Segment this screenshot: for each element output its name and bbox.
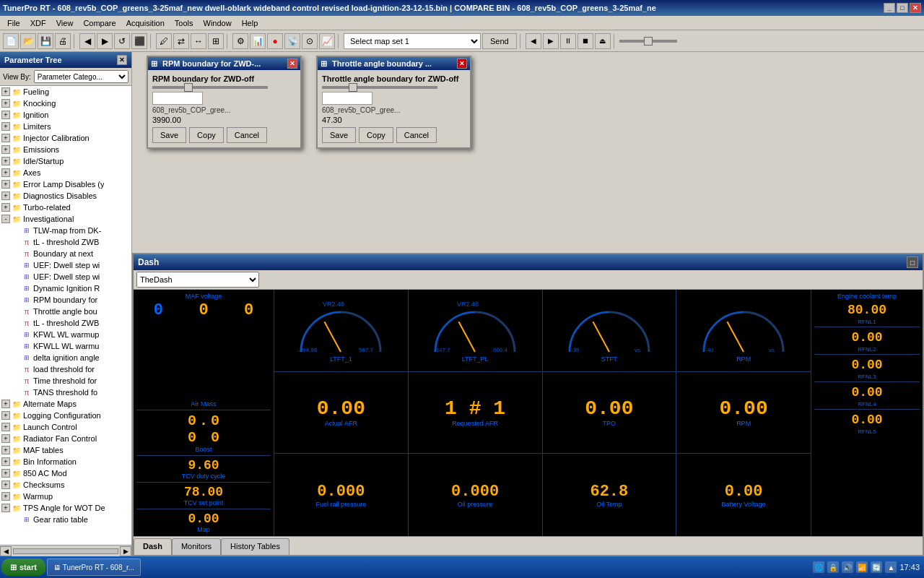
tree-item[interactable]: πtL - threshold ZWB [0, 236, 131, 248]
throttle-slider[interactable] [322, 86, 437, 89]
tree-item[interactable]: +📁Alternate Maps [0, 398, 131, 410]
tree-expand[interactable]: + [1, 180, 10, 189]
maximize-button[interactable]: □ [897, 3, 908, 13]
menu-file[interactable]: File [3, 17, 25, 29]
close-button[interactable]: ✕ [910, 3, 921, 13]
tree-item[interactable]: πTANS threshold fo [0, 387, 131, 398]
tree-item[interactable]: πload threshold for [0, 363, 131, 375]
tab-monitors[interactable]: Monitors [172, 538, 221, 555]
toolbar-save[interactable]: 💾 [38, 33, 53, 49]
rpm-dialog-close[interactable]: ✕ [287, 59, 297, 69]
tree-scroll-right[interactable]: ▶ [120, 546, 131, 556]
rpm-cancel-button[interactable]: Cancel [227, 127, 267, 143]
tree-item[interactable]: +📁Radiator Fan Control [0, 433, 131, 444]
tree-item[interactable]: ⊞TLW-map from DK- [0, 225, 131, 236]
menu-tools[interactable]: Tools [170, 17, 198, 29]
dash-select[interactable]: TheDash [136, 272, 259, 288]
play-button[interactable]: ▶ [543, 33, 559, 49]
tree-expand[interactable]: + [1, 469, 10, 478]
taskbar-app-item[interactable]: 🖥 TunerPro RT - 608_r... [47, 558, 141, 576]
view-by-select[interactable]: Parameter Catego... [34, 70, 128, 83]
toolbar-refresh[interactable]: ↺ [114, 33, 130, 49]
throttle-dialog-titlebar[interactable]: ⊞ Throttle angle boundary ... ✕ [318, 57, 470, 70]
toolbar-stop[interactable]: ⬛ [131, 33, 147, 49]
tree-expand[interactable]: + [1, 203, 10, 212]
tree-item[interactable]: ⊞RPM boundary for [0, 294, 131, 306]
toolbar-record[interactable]: ● [267, 33, 283, 49]
toolbar-compare[interactable]: ⇄ [173, 33, 189, 49]
toolbar-log[interactable]: 📊 [250, 33, 266, 49]
tree-item[interactable]: +📁Limiters [0, 121, 131, 132]
menu-compare[interactable]: Compare [79, 17, 120, 29]
tree-expand[interactable]: + [1, 157, 10, 165]
tree-item[interactable]: ⊞KFWLL WL warmu [0, 340, 131, 352]
rpm-dialog-titlebar[interactable]: ⊞ RPM boundary for ZWD-... ✕ [148, 57, 300, 70]
tree-expand[interactable]: + [1, 457, 10, 466]
menu-help[interactable]: Help [237, 17, 263, 29]
tree-expand[interactable]: + [1, 423, 10, 431]
tree-item[interactable]: +📁Logging Configuration [0, 410, 131, 421]
tree-scroll-left[interactable]: ◀ [0, 546, 12, 556]
tree-expand[interactable]: + [1, 411, 10, 420]
toolbar-diff[interactable]: ↔ [191, 33, 206, 49]
tree-expand[interactable]: + [1, 480, 10, 489]
tree-item[interactable]: +📁Diagnostics Disables [0, 190, 131, 202]
tree-expand[interactable]: - [1, 215, 10, 223]
rpm-slider[interactable] [152, 86, 268, 89]
throttle-save-button[interactable]: Save [322, 127, 356, 143]
tree-item[interactable]: +📁Axes [0, 167, 131, 178]
tree-item[interactable]: -📁Investigational [0, 213, 131, 225]
tree-expand[interactable]: + [1, 134, 10, 142]
tree-expand[interactable]: + [1, 191, 10, 200]
tree-item[interactable]: +📁850 AC Mod [0, 467, 131, 479]
tree-expand[interactable]: + [1, 87, 10, 96]
tab-history-tables[interactable]: History Tables [221, 538, 289, 555]
tree-item[interactable]: +📁Fueling [0, 86, 131, 98]
throttle-copy-button[interactable]: Copy [359, 127, 393, 143]
toolbar-btn4[interactable]: 🖨 [55, 33, 71, 49]
tree-item[interactable]: +📁MAF tables [0, 444, 131, 456]
volume-slider[interactable] [619, 40, 677, 43]
tree-item[interactable]: πtL - threshold ZWB [0, 317, 131, 329]
tree-item[interactable]: +📁Warmup [0, 491, 131, 502]
dash-close[interactable]: □ [907, 256, 918, 268]
tree-item[interactable]: ⊞Gear ratio table [0, 514, 131, 525]
map-set-select[interactable]: Select map set 1 [344, 33, 481, 49]
tree-expand[interactable]: + [1, 504, 10, 512]
throttle-value-input[interactable]: 19.98 [322, 92, 372, 105]
pause-button[interactable]: ⏸ [560, 33, 576, 49]
toolbar-table[interactable]: ⊞ [208, 33, 224, 49]
toolbar-new[interactable]: 📄 [3, 33, 19, 49]
menu-acquisition[interactable]: Acquisition [122, 17, 169, 29]
tree-item[interactable]: +📁Injector Calibration [0, 132, 131, 144]
stop-button[interactable]: ⏹ [578, 33, 593, 49]
throttle-dialog-close[interactable]: ✕ [457, 59, 467, 69]
tree-expand[interactable]: + [1, 122, 10, 131]
rpm-value-input[interactable]: 1980.00 [152, 92, 203, 105]
tree-item[interactable]: +📁Checksums [0, 479, 131, 491]
tree-item[interactable]: ⊞UEF: Dwell step wi [0, 259, 131, 271]
tree-item[interactable]: ⊞Dynamic Ignition R [0, 282, 131, 294]
tree-expand[interactable]: + [1, 434, 10, 443]
tree-item[interactable]: ⊞delta ignition angle [0, 352, 131, 363]
tree-hscroll[interactable] [13, 548, 118, 554]
menu-window[interactable]: Window [199, 17, 236, 29]
toolbar-xdf[interactable]: ⚙ [232, 33, 248, 49]
tree-item[interactable]: πThrottle angle bou [0, 306, 131, 317]
tree-expand[interactable]: + [1, 492, 10, 501]
menu-xdf[interactable]: XDF [26, 17, 51, 29]
tree-item[interactable]: +📁Knocking [0, 98, 131, 109]
tree-content[interactable]: +📁Fueling+📁Knocking+📁Ignition+📁Limiters+… [0, 86, 131, 545]
tree-item[interactable]: +📁Error Lamp Disables (y [0, 178, 131, 190]
rpm-save-button[interactable]: Save [152, 127, 186, 143]
rpm-copy-button[interactable]: Copy [189, 127, 224, 143]
tree-item[interactable]: +📁Bin Information [0, 456, 131, 467]
toolbar-gauge[interactable]: ⊙ [302, 33, 318, 49]
tree-item[interactable]: +📁Turbo-related [0, 202, 131, 213]
minimize-button[interactable]: _ [884, 3, 895, 13]
tree-item[interactable]: ⊞UEF: Dwell step wi [0, 271, 131, 282]
toolbar-open[interactable]: 📂 [20, 33, 36, 49]
tree-expand[interactable]: + [1, 111, 10, 119]
tree-item[interactable]: +📁Launch Control [0, 421, 131, 433]
tree-item[interactable]: +📁TPS Angle for WOT De [0, 502, 131, 514]
